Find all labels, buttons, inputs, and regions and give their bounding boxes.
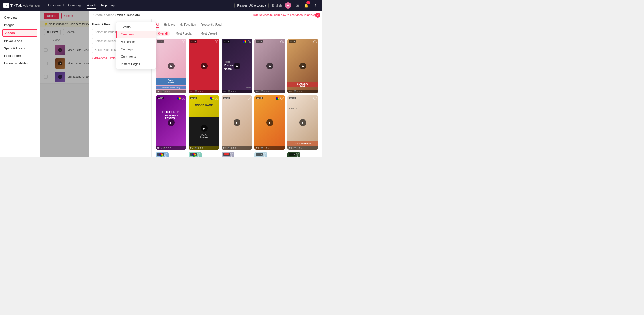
tab-my-favorites[interactable]: My Favorites [179, 22, 196, 28]
dropdown-audiences[interactable]: Audiences [116, 38, 156, 45]
dropdown-catalogs[interactable]: Catalogs [116, 45, 156, 53]
stat-clips-2: 🎬 3 [195, 90, 199, 93]
tab-all[interactable]: All [156, 22, 159, 28]
stat-images-2: 🖼 7 [190, 90, 193, 93]
account-selector[interactable]: Frances' UK account ▾ [234, 3, 269, 8]
stat-clips-9: 🎬 4 [260, 147, 265, 149]
template-card-4[interactable]: 00:15 i ▶ 🖼 7 🎬 4 T 0 [254, 39, 285, 93]
template-card-8[interactable]: 00:15 i ▶ 🖼 2 🎬 4 T 0 [222, 95, 252, 150]
play-button-5[interactable]: ▶ [299, 63, 306, 69]
info-icon-6[interactable]: i [182, 97, 185, 100]
sidebar-item-forms[interactable]: Instant Forms [0, 52, 40, 59]
template-card-5[interactable]: 00:15 i ▶ SEASONAL SALE 🖼 4 🎬 4 T 0 [287, 39, 318, 93]
nav-reporting[interactable]: Reporting [101, 2, 115, 9]
subtab-overall[interactable]: Overall [156, 31, 170, 36]
template-card-12[interactable]: 00:25 i ▶ [189, 152, 202, 158]
color-icon-9 [276, 97, 279, 100]
stat-clips-7: 🎬 6 [195, 147, 199, 149]
info-icon-13[interactable]: i [230, 153, 233, 157]
avatar[interactable]: F [285, 2, 291, 9]
modal-close-button[interactable]: ✕ [315, 13, 320, 18]
sidebar-item-spark[interactable]: Spark Ad posts [0, 45, 40, 52]
info-icon-3[interactable]: i [248, 40, 251, 43]
sidebar-label-overview: Overview [4, 16, 17, 19]
play-button-1[interactable]: ▶ [168, 63, 175, 69]
template-card-6[interactable]: 00:24 i DOUBLE 11 SHOPPING FESTIVAL ▶ 🖼 … [156, 95, 186, 150]
template-footer-9: 🖼 7 🎬 4 T 0 [254, 146, 285, 150]
app-subtitle: Ads Manager [23, 4, 40, 7]
info-icon-7[interactable]: i [215, 97, 218, 100]
nav-dashboard[interactable]: Dashboard [48, 2, 64, 9]
advanced-filters-label: Advanced Filters [94, 57, 115, 60]
info-icon-10[interactable]: i [313, 97, 317, 100]
notification-badge: 9+ [306, 1, 310, 4]
subtab-most-viewed[interactable]: Most Viewed [198, 31, 219, 36]
template-duration-1: 00:15 [157, 40, 164, 43]
play-button-10[interactable]: ▶ [299, 119, 306, 126]
top-navigation: ♪ TikTok Ads Manager Dashboard Campaign … [0, 0, 322, 11]
template-card-15[interactable]: 00:24 i ▶ 💬 [287, 152, 300, 158]
template-duration-7: 00:15 [190, 97, 197, 99]
dropdown-events[interactable]: Events [116, 23, 156, 31]
info-icon-9[interactable]: i [280, 97, 284, 100]
template-footer-1: 🖼 2 🎬 6 T 0 [156, 90, 186, 93]
play-button-8[interactable]: ▶ [234, 119, 240, 126]
play-button-6[interactable]: ▶ [168, 119, 175, 126]
stat-images-3: 🖼 8 [223, 90, 226, 93]
template-card-13[interactable]: 00:15 S38 i ▶ [222, 152, 234, 158]
nav-right: Frances' UK account ▾ English F ✉ 🔔 9+ ? [234, 2, 319, 9]
stat-clips-5: 🎬 4 [293, 90, 298, 93]
play-button-9[interactable]: ▶ [266, 119, 273, 126]
template-card-9[interactable]: 00:22 i ▶ 🖼 7 🎬 4 T 0 [254, 95, 285, 150]
template-card-1[interactable]: 00:15 i ▶ Brand name Shop new arrivals t… [156, 39, 186, 93]
template-footer-10: 🖼 7 🎬 5 T 0 [287, 146, 318, 150]
template-card-14[interactable]: 00:18 i ▶ BOOK NOW [254, 152, 267, 158]
help-icon[interactable]: ? [312, 2, 319, 9]
messages-icon[interactable]: ✉ [294, 2, 300, 9]
sidebar-item-playable[interactable]: Playable ads [0, 37, 40, 45]
info-icon-12[interactable]: i [197, 153, 200, 157]
dropdown-creatives[interactable]: Creatives [116, 31, 156, 38]
stat-images-1: 🖼 2 [157, 90, 161, 93]
tab-holidays[interactable]: Holidays [164, 22, 175, 28]
nav-assets[interactable]: Assets [87, 2, 96, 9]
template-card-7[interactable]: 00:15 i BRAND NAME ▶ Men'sBoutique [189, 95, 219, 150]
play-button-4[interactable]: ▶ [266, 63, 273, 69]
nav-campaign[interactable]: Campaign [68, 2, 82, 9]
sidebar-item-overview[interactable]: Overview [0, 14, 40, 21]
info-icon-2[interactable]: i [215, 40, 218, 43]
sidebar-item-interactive[interactable]: Interactive Add-on [0, 59, 40, 67]
template-card-10[interactable]: 00:15 i Product 1 AUTUMN NEW ▶ 🖼 7 [287, 95, 318, 150]
sidebar-item-images[interactable]: Images [0, 21, 40, 29]
info-icon-14[interactable]: i [263, 153, 266, 157]
template-duration-5: 00:15 [289, 40, 296, 43]
tabs-row: All Holidays My Favorites Frequently Use… [156, 22, 318, 28]
sidebar-item-videos[interactable]: Videos [2, 29, 37, 37]
play-button-7[interactable]: ▶ [201, 125, 208, 132]
template-footer-5: 🖼 4 🎬 4 T 0 [287, 90, 318, 93]
info-icon-8[interactable]: i [248, 97, 251, 100]
dropdown-instant-pages[interactable]: Instant Pages [116, 60, 156, 68]
notifications-icon[interactable]: 🔔 9+ [303, 2, 309, 9]
template-footer-8: 🖼 2 🎬 4 T 0 [222, 146, 252, 150]
info-icon-5[interactable]: i [313, 40, 317, 43]
stat-images-6: 🖼 13 [157, 147, 162, 149]
template-footer-4: 🖼 7 🎬 4 T 0 [254, 90, 285, 93]
help-link[interactable]: 1 minute video to learn how to use Video… [251, 13, 317, 17]
tab-frequently-used[interactable]: Frequently Used [200, 22, 221, 28]
template-footer-2: 🖼 7 🎬 3 T 0 [189, 90, 219, 93]
play-button-3[interactable]: ▶ [234, 63, 240, 69]
dropdown-comments[interactable]: Comments [116, 53, 156, 60]
info-icon-1[interactable]: i [182, 40, 185, 43]
subtab-most-popular[interactable]: Most Popular [173, 31, 195, 36]
assets-dropdown-menu: Events Creatives Audiences Catalogs Comm… [116, 22, 156, 69]
template-card-11[interactable]: 00:17 i ▶ [156, 152, 169, 158]
play-button-2[interactable]: ▶ [201, 63, 208, 69]
template-card-2[interactable]: 00:15 i ▶ 🖼 7 🎬 3 T 0 [189, 39, 219, 93]
subtabs-row: Overall Most Popular Most Viewed [156, 31, 318, 36]
info-icon-11[interactable]: i [164, 153, 167, 157]
info-icon-4[interactable]: i [280, 40, 284, 43]
info-icon-15[interactable]: i [296, 153, 299, 157]
stat-clips-4: 🎬 4 [260, 90, 265, 93]
template-card-3[interactable]: 00:29 i Produ Product Name ▶ sample [222, 39, 252, 93]
